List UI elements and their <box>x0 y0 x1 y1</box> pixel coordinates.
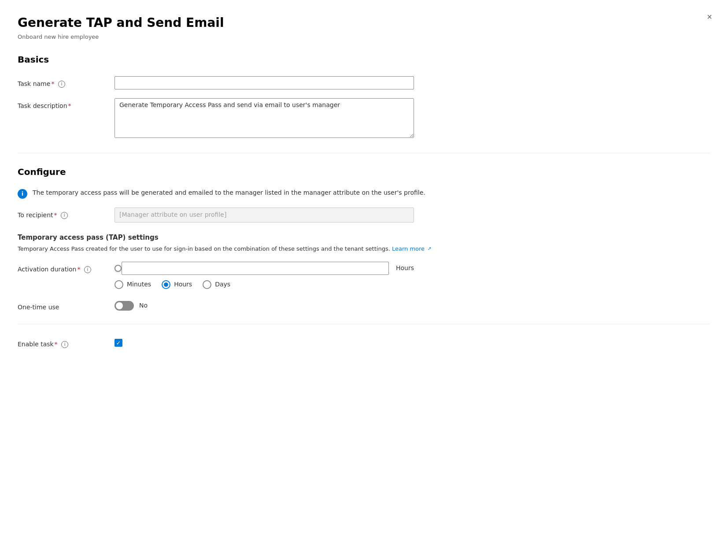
enable-task-control: ✓ <box>115 339 414 347</box>
activation-duration-row: Activation duration* i 1 Hours Minutes <box>18 262 710 289</box>
one-time-use-toggle[interactable] <box>115 301 134 311</box>
close-button[interactable]: × <box>705 11 714 23</box>
activation-duration-label: Activation duration* i <box>18 262 115 274</box>
to-recipient-label: To recipient* i <box>18 208 115 220</box>
radio-group: Minutes Hours Days <box>115 280 414 289</box>
learn-more-link[interactable]: Learn more ↗ <box>392 245 432 252</box>
activation-unit: Hours <box>396 264 414 273</box>
info-banner-icon: i <box>18 189 27 199</box>
activation-control: 1 Hours Minutes Hours Days <box>115 262 414 289</box>
radio-days-circle <box>203 280 211 289</box>
enable-task-row: Enable task* i ✓ <box>18 337 710 349</box>
activation-value-input[interactable]: 1 <box>122 262 389 275</box>
one-time-use-row: One-time use No <box>18 300 710 312</box>
toggle-track <box>115 301 134 311</box>
to-recipient-info-icon[interactable]: i <box>61 212 68 219</box>
radio-hours[interactable]: Hours <box>162 280 192 289</box>
task-description-control: Generate Temporary Access Pass and send … <box>115 98 414 141</box>
enable-task-checkbox[interactable]: ✓ <box>115 339 122 347</box>
divider-2 <box>18 324 710 324</box>
toggle-thumb <box>116 302 123 309</box>
enable-task-info-icon[interactable]: i <box>61 341 68 348</box>
radio-minutes-circle <box>115 280 123 289</box>
toggle-row: No <box>115 301 414 311</box>
one-time-use-label: One-time use <box>18 300 115 312</box>
task-name-control: Generate TAP and Send Email <box>115 76 414 89</box>
task-name-row: Task name* i Generate TAP and Send Email <box>18 76 710 89</box>
task-name-label: Task name* i <box>18 76 115 89</box>
radio-days-label: Days <box>215 280 230 289</box>
radio-hours-circle <box>162 280 170 289</box>
divider-1 <box>18 153 710 153</box>
to-recipient-input: [Manager attribute on user profile] <box>115 208 414 223</box>
configure-heading: Configure <box>18 166 710 178</box>
checkmark-icon: ✓ <box>116 340 121 346</box>
radio-days[interactable]: Days <box>203 280 230 289</box>
basics-heading: Basics <box>18 53 710 66</box>
task-name-info-icon[interactable]: i <box>58 81 65 88</box>
tap-settings-desc: Temporary Access Pass created for the us… <box>18 245 710 253</box>
task-description-textarea[interactable]: Generate Temporary Access Pass and send … <box>115 98 414 138</box>
toggle-label: No <box>139 301 148 310</box>
tap-settings-title: Temporary access pass (TAP) settings <box>18 233 710 242</box>
enable-task-label: Enable task* i <box>18 337 115 349</box>
radio-hours-label: Hours <box>174 280 192 289</box>
to-recipient-row: To recipient* i [Manager attribute on us… <box>18 208 710 223</box>
activation-duration-info-icon[interactable]: i <box>84 266 91 273</box>
radio-minutes-label: Minutes <box>127 280 151 289</box>
panel: × Generate TAP and Send Email Onboard ne… <box>0 0 728 560</box>
info-banner: i The temporary access pass will be gene… <box>18 189 710 199</box>
task-description-label: Task description* <box>18 98 115 111</box>
slider-row: 1 Hours <box>115 262 414 275</box>
to-recipient-control: [Manager attribute on user profile] <box>115 208 414 223</box>
task-description-row: Task description* Generate Temporary Acc… <box>18 98 710 141</box>
info-banner-text: The temporary access pass will be genera… <box>33 189 425 197</box>
radio-minutes[interactable]: Minutes <box>115 280 151 289</box>
panel-title: Generate TAP and Send Email <box>18 14 710 31</box>
task-name-input[interactable]: Generate TAP and Send Email <box>115 76 414 89</box>
panel-subtitle: Onboard new hire employee <box>18 33 710 41</box>
external-link-icon: ↗ <box>427 246 431 252</box>
one-time-use-control: No <box>115 301 414 311</box>
